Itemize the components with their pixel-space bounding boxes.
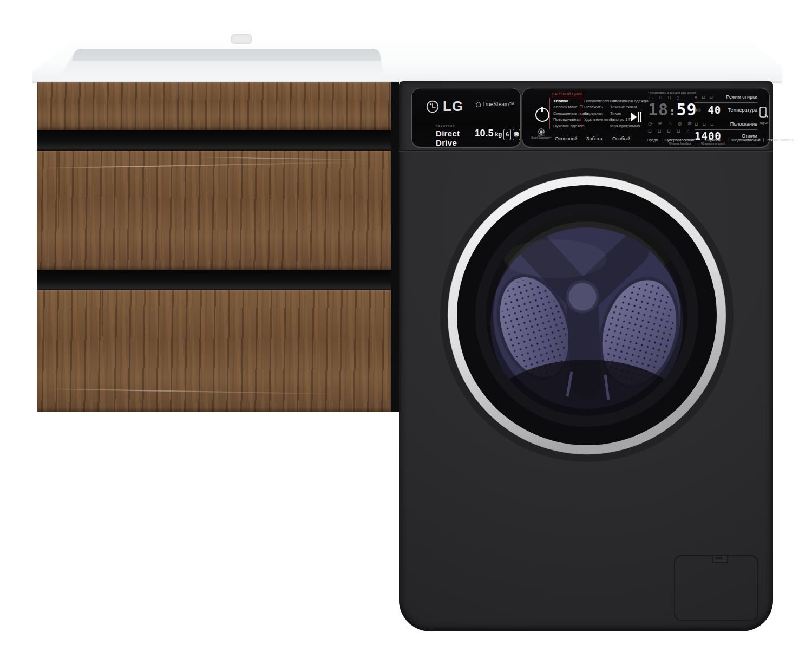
washer-door[interactable] xyxy=(435,164,738,467)
tag-on-label: Tag On xyxy=(758,121,769,125)
program-item: Повседневная xyxy=(553,116,578,122)
wash-mode-row[interactable]: ● ⊔ ⊔ Режим стирки xyxy=(695,93,757,103)
temperature-value: 40 xyxy=(708,104,721,116)
inverter-label: Inverter xyxy=(436,124,455,127)
smart-diagnosis-label: Smart Diagnosis™ xyxy=(531,136,552,139)
countertop-sink xyxy=(0,0,812,92)
page-root: { "appliance": { "brand": "LG", "trueste… xyxy=(0,0,812,658)
direct-drive-row: Direct Drive 10.5 kg 6 ֎ xyxy=(436,128,520,147)
group-label-main: Основной xyxy=(555,136,577,141)
panel-brand-section: LG TrueSteam™ Inverter Direct Drive 10.5… xyxy=(411,88,521,147)
control-panel: LG TrueSteam™ Inverter Direct Drive 10.5… xyxy=(411,88,769,147)
smart-diagnosis: Smart Diagnosis™ xyxy=(534,128,548,139)
service-flap[interactable] xyxy=(674,555,758,621)
start-pause-button[interactable] xyxy=(630,111,641,123)
service-flap-latch[interactable] xyxy=(712,555,728,563)
display-top-icons: ▭ ⊔ ⊔ ▯ xyxy=(649,95,681,100)
program-item: Хлопок xyxy=(553,98,578,104)
cabinet-side-shadow xyxy=(391,82,399,412)
capacity-value: 10.5 xyxy=(474,128,493,139)
wood-streak xyxy=(42,161,367,169)
option-prewash[interactable]: Предв. xyxy=(647,138,662,142)
program-item: Хлопок макс. ☐ xyxy=(553,104,578,110)
program-item: Темные ткани xyxy=(610,104,649,110)
tag-on[interactable]: Tag On xyxy=(758,107,769,125)
wood-streak xyxy=(48,388,351,395)
option-label: Режим Таймера xyxy=(767,138,794,142)
tag-on-phone-icon xyxy=(759,107,768,119)
vanity-cabinet xyxy=(37,82,391,412)
temperature-row[interactable]: ◉◎ 40 Температура xyxy=(695,103,757,118)
6motion-badge-icon: 6 xyxy=(503,129,511,140)
option-super-rinse[interactable]: Суперполоскание *Очистка барабана xyxy=(662,138,698,145)
option-label: Суперполоскание xyxy=(665,138,695,142)
program-item: Моя программа xyxy=(610,123,649,129)
option-label: Предпочитаемый xyxy=(731,138,761,142)
program-column-steam: Хлопок Хлопок макс. ☐ Смешанные ткани По… xyxy=(549,98,581,129)
rinse-icons: ⊔ ⊔ ⊔ xyxy=(695,122,715,127)
option-timer[interactable]: Режим Таймера xyxy=(763,138,796,142)
lg-logo: LG xyxy=(426,98,463,115)
panel-seam xyxy=(399,150,773,152)
wood-streak xyxy=(199,156,383,161)
group-label-care: Забота xyxy=(586,136,602,141)
option-label: Паровой xyxy=(701,138,725,142)
option-sublabel: *Очистка барабана xyxy=(665,142,695,145)
turbowash-spiral-icon: ֎ xyxy=(513,129,520,140)
truesteam-text: TrueSteam™ xyxy=(482,101,514,107)
faucet-hole xyxy=(232,35,251,43)
option-sublabel: *Безопасно от детей xyxy=(701,142,725,145)
option-buttons-row: Предв. Суперполоскание *Очистка барабана… xyxy=(647,138,796,145)
option-label: Предв. xyxy=(647,138,659,142)
drawer-1[interactable] xyxy=(37,151,391,270)
temperature-label: Температура xyxy=(728,107,757,113)
cabinet-gap-1 xyxy=(37,130,391,151)
program-item: Спортивная одежда xyxy=(610,98,649,104)
sink-basin-inner-shadow xyxy=(73,49,381,61)
cabinet-top-panel xyxy=(37,82,391,130)
wash-mode-icons: ● ⊔ ⊔ xyxy=(695,95,715,100)
rinse-label: Полоскание xyxy=(730,121,757,127)
wash-mode-label: Режим стирки xyxy=(726,94,757,100)
cabinet-gap-2 xyxy=(37,270,391,290)
status-icons-row2: ⊔ ⊔ ⊔ ⊔ ☆ xyxy=(648,128,692,134)
temperature-icons: ◉◎ xyxy=(695,108,701,112)
time-minutes: 59 xyxy=(676,100,697,119)
direct-drive-text: Direct Drive xyxy=(436,129,473,147)
group-label-special: Особый xyxy=(612,136,630,141)
drawer-2[interactable] xyxy=(37,290,391,412)
truesteam-label: TrueSteam™ xyxy=(476,101,514,107)
capacity-unit: kg xyxy=(495,131,502,138)
option-steam[interactable]: Паровой *Безопасно от детей xyxy=(698,138,728,145)
status-icons-row1: ◷ ❄ ♨ ◍ ✻ xyxy=(648,121,694,126)
smart-diagnosis-icon xyxy=(537,128,546,136)
option-favorite[interactable]: Предпочитаемый xyxy=(728,138,763,142)
power-button[interactable] xyxy=(535,108,549,122)
drum-center-cap xyxy=(567,282,598,312)
rinse-row[interactable]: ⊔ ⊔ ⊔ Полоскание xyxy=(695,120,757,130)
lg-face-icon xyxy=(426,100,439,113)
brand-text: LG xyxy=(443,98,463,115)
program-item: Пуховое одеяло xyxy=(553,123,578,129)
time-hours: 18 xyxy=(648,100,669,119)
truesteam-icon xyxy=(476,102,481,107)
hold-note: * Удерживать 3 сек для доп. опций xyxy=(648,91,696,94)
steam-cycle-header: ПАРОВОЙ ЦИКЛ xyxy=(552,92,582,97)
panel-controls-section: Smart Diagnosis™ ПАРОВОЙ ЦИКЛ Хлопок Хло… xyxy=(522,88,770,147)
program-item: Смешанные ткани xyxy=(553,110,578,116)
time-display: 18:59 xyxy=(648,100,697,119)
time-colon: : xyxy=(669,105,676,118)
